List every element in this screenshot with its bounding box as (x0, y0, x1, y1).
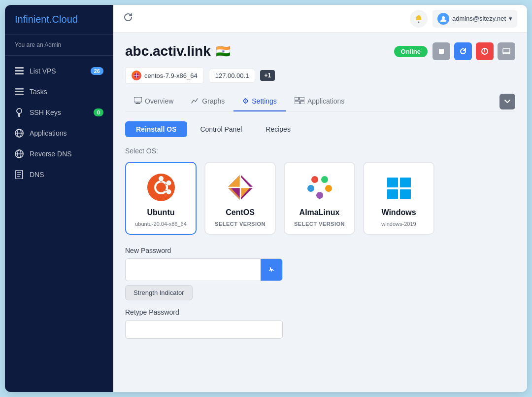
svg-point-57 (307, 185, 314, 192)
windows-version: windows-2019 (381, 221, 416, 227)
svg-rect-35 (300, 101, 304, 104)
svg-point-65 (271, 270, 272, 272)
svg-point-38 (159, 176, 164, 181)
sidebar: Infinient.Cloud You are an Admin List VP… (5, 5, 113, 392)
tab-more-button[interactable] (499, 94, 515, 109)
svg-rect-3 (15, 88, 24, 90)
ssh-keys-icon (15, 108, 24, 117)
sidebar-item-label: List VPS (30, 67, 56, 75)
dns-icon (15, 170, 24, 179)
svg-rect-20 (439, 49, 444, 54)
svg-line-42 (166, 184, 166, 184)
os-cards: Ubuntu ubuntu-20.04-x86_64 (125, 162, 515, 235)
restart-button[interactable] (454, 42, 472, 60)
sub-tab-reinstall-os[interactable]: Reinstall OS (125, 121, 187, 137)
sidebar-item-ssh-keys[interactable]: SSH Keys 0 (5, 102, 113, 123)
svg-rect-29 (134, 97, 142, 102)
settings-tab-icon: ⚙ (242, 97, 249, 106)
svg-rect-2 (15, 73, 24, 74)
sub-tab-recipes[interactable]: Recipes (255, 121, 301, 137)
tab-settings[interactable]: ⚙ Settings (233, 92, 286, 111)
tasks-icon (15, 87, 24, 96)
retype-password-label: Retype Password (125, 308, 515, 316)
user-chevron-icon: ▾ (509, 15, 512, 22)
svg-rect-33 (299, 97, 304, 100)
windows-name: Windows (381, 208, 416, 217)
topbar: admins@sitezy.net ▾ (113, 5, 527, 33)
reverse-dns-icon (15, 149, 24, 158)
centos-mini-icon (132, 71, 141, 80)
hostname: abc.activ.link (125, 43, 211, 59)
ubuntu-version: ubuntu-20.04-x86_64 (135, 221, 187, 227)
sidebar-nav: List VPS 26 Tasks (5, 56, 113, 392)
svg-rect-1 (15, 70, 24, 72)
user-avatar (437, 13, 449, 25)
admin-label: You are an Admin (5, 35, 113, 56)
sidebar-item-tasks[interactable]: Tasks (5, 81, 113, 102)
centos-logo (225, 172, 256, 203)
strength-indicator-button[interactable]: Strength Indicator (125, 285, 193, 300)
tab-applications-label: Applications (307, 97, 345, 105)
ip-more-button[interactable]: +1 (260, 70, 275, 81)
sub-tabs: Reinstall OS Control Panel Recipes (125, 121, 515, 137)
svg-point-60 (317, 182, 322, 187)
os-card-windows[interactable]: Windows windows-2019 (363, 162, 434, 235)
console-button[interactable] (498, 42, 515, 60)
svg-rect-23 (503, 48, 510, 54)
server-flag: 🇮🇳 (216, 44, 231, 58)
os-card-ubuntu[interactable]: Ubuntu ubuntu-20.04-x86_64 (125, 162, 197, 235)
svg-rect-4 (15, 91, 24, 93)
svg-rect-0 (15, 67, 24, 69)
new-password-input[interactable] (126, 261, 261, 279)
svg-point-55 (311, 176, 318, 183)
svg-rect-62 (400, 178, 411, 187)
retype-password-input[interactable] (125, 320, 283, 339)
sidebar-item-label: Applications (30, 129, 67, 137)
sidebar-item-dns[interactable]: DNS (5, 164, 113, 185)
tab-settings-label: Settings (252, 97, 277, 105)
power-button[interactable] (476, 42, 494, 60)
sidebar-item-applications[interactable]: Applications (5, 123, 113, 144)
svg-point-18 (418, 21, 419, 23)
overview-tab-icon (134, 97, 142, 106)
centos-select: SELECT VERSION (215, 221, 266, 227)
tab-overview-label: Overview (145, 97, 173, 105)
server-controls (432, 42, 515, 60)
sidebar-item-label: DNS (30, 171, 44, 179)
centos-name: CentOS (226, 208, 255, 217)
sidebar-item-label: Reverse DNS (30, 150, 72, 158)
new-password-wrap (125, 258, 283, 281)
os-card-almalinux[interactable]: AlmaLinux SELECT VERSION (284, 162, 355, 235)
status-badge: Online (394, 46, 428, 57)
almalinux-logo (304, 172, 335, 203)
almalinux-select: SELECT VERSION (294, 221, 345, 227)
sidebar-item-reverse-dns[interactable]: Reverse DNS (5, 144, 113, 164)
tab-applications[interactable]: Applications (286, 92, 354, 111)
svg-point-6 (17, 108, 22, 113)
ip-tag: 127.00.00.1 (209, 69, 256, 83)
tab-graphs[interactable]: Graphs (182, 92, 233, 111)
server-header: abc.activ.link 🇮🇳 Online (125, 42, 515, 60)
ubuntu-logo (145, 172, 177, 203)
applications-tab-icon (295, 97, 304, 106)
sidebar-item-label: Tasks (30, 88, 47, 96)
os-name: centos-7.9-x86_64 (144, 72, 198, 79)
tab-overview[interactable]: Overview (125, 92, 182, 111)
windows-logo (383, 172, 415, 203)
svg-point-56 (321, 176, 328, 183)
user-menu[interactable]: admins@sitezy.net ▾ (432, 10, 517, 28)
sub-tab-control-panel[interactable]: Control Panel (189, 121, 253, 137)
svg-rect-63 (387, 189, 398, 199)
refresh-button[interactable] (123, 12, 133, 25)
sidebar-item-list-vps[interactable]: List VPS 26 (5, 61, 113, 81)
new-password-label: New Password (125, 247, 515, 254)
os-card-centos[interactable]: CentOS SELECT VERSION (204, 162, 276, 235)
stop-button[interactable] (432, 42, 450, 60)
svg-rect-61 (387, 178, 398, 187)
tab-graphs-label: Graphs (202, 97, 225, 105)
notifications-button[interactable] (410, 10, 428, 28)
retype-password-section: Retype Password (125, 308, 515, 339)
password-toggle-button[interactable] (261, 259, 282, 281)
ubuntu-name: Ubuntu (147, 208, 175, 217)
almalinux-name: AlmaLinux (299, 208, 340, 217)
